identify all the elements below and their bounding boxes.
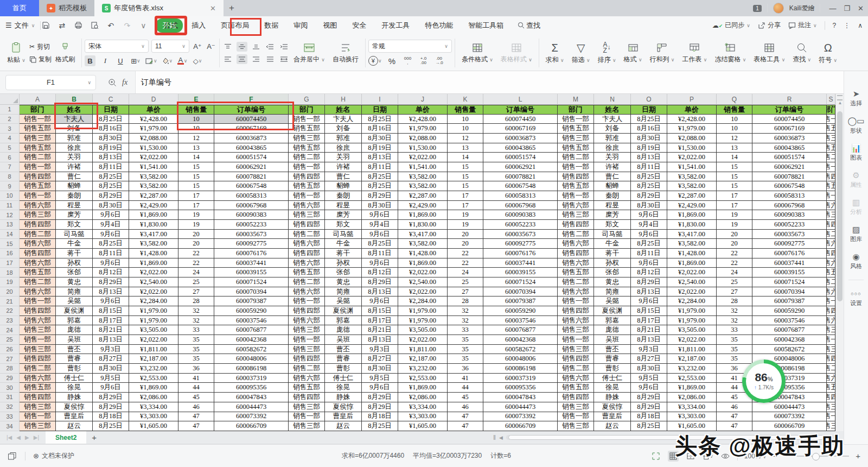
cell-F3[interactable]: 600067169 (214, 124, 289, 134)
row-header-20[interactable]: 20 (0, 287, 20, 297)
cell-Q22[interactable]: 32 (717, 306, 752, 316)
font-size-select[interactable]: 11∨ (151, 40, 189, 53)
cell-C19[interactable]: 8月29日 (93, 277, 129, 287)
cell-F18[interactable]: 600039155 (214, 268, 289, 277)
cell-F32[interactable]: 600044473 (214, 402, 289, 412)
menu-find[interactable]: 查找 (512, 18, 546, 33)
cell-M7[interactable]: 销售一部 (558, 162, 594, 172)
cell-K28[interactable]: 36 (448, 364, 483, 374)
cell-A24[interactable]: 销售三部 (20, 325, 56, 335)
cell-S26[interactable]: 销售三部 (827, 345, 835, 355)
cell-R12[interactable]: 600090383 (752, 210, 827, 220)
row-header-9[interactable]: 9 (0, 181, 20, 191)
cell-N6[interactable]: 关羽 (594, 153, 631, 162)
cell-K2[interactable]: 10 (448, 115, 483, 124)
sidebar-item-gallery[interactable]: ▨图库 (850, 225, 862, 243)
cell-I7[interactable]: 8月11日 (362, 162, 398, 172)
cell-Q24[interactable]: 33 (717, 325, 752, 335)
cell-K14[interactable]: 20 (448, 230, 483, 239)
cell-H25[interactable]: 吴班 (325, 335, 362, 345)
cell-S27[interactable]: 销售四部 (827, 354, 835, 364)
cell-H9[interactable]: 貂蝉 (325, 181, 362, 191)
cell-G19[interactable]: 销售二部 (289, 277, 325, 287)
row-header-17[interactable]: 17 (0, 258, 20, 268)
cell-G14[interactable]: 销售二部 (289, 230, 325, 239)
cell-B2[interactable]: 卞夫人 (56, 115, 93, 124)
cell-A26[interactable]: 销售三部 (20, 345, 56, 355)
align-middle-icon[interactable] (237, 42, 247, 52)
cell-P12[interactable]: ¥1,869.00 (667, 210, 717, 220)
cell-A31[interactable]: 销售四部 (20, 393, 56, 402)
cell-L14[interactable]: 600035673 (483, 230, 558, 239)
cell-M3[interactable]: 销售五部 (558, 124, 594, 134)
cell-D2[interactable]: ¥2,428.00 (129, 115, 178, 124)
cell-M31[interactable]: 销售四部 (558, 393, 594, 402)
cell-N8[interactable]: 曹仁 (594, 172, 631, 182)
cell-E20[interactable]: 27 (178, 287, 214, 297)
sum-button[interactable]: Σ求和 ∨ (542, 41, 568, 66)
decrease-decimal-icon[interactable]: .00→.0 (433, 55, 444, 66)
cell-Q34[interactable]: 47 (717, 421, 752, 431)
comment-button[interactable]: 批注 ∨ (788, 21, 817, 30)
close-window-button[interactable]: ✕ (858, 4, 864, 12)
align-left-icon[interactable] (222, 54, 233, 64)
cell-L23[interactable]: 600037546 (483, 316, 558, 326)
cell-J23[interactable]: ¥1,979.00 (398, 316, 448, 326)
cell-Q18[interactable]: 24 (717, 268, 752, 277)
cell-E31[interactable]: 45 (178, 393, 214, 402)
row-header-6[interactable]: 6 (0, 153, 20, 162)
cell-K18[interactable]: 24 (448, 268, 483, 277)
cell-M24[interactable]: 销售三部 (558, 325, 594, 335)
cell-S15[interactable]: 销售六部 (827, 239, 835, 249)
cell-R23[interactable]: 600037546 (752, 316, 827, 326)
cell-I5[interactable]: 8月19日 (362, 143, 398, 153)
cell-D7[interactable]: ¥1,541.00 (129, 162, 178, 172)
cell-Q33[interactable]: 47 (717, 412, 752, 422)
cell-H24[interactable]: 庞德 (325, 325, 362, 335)
cell-P31[interactable]: ¥2,086.00 (667, 393, 717, 402)
cell-G15[interactable]: 销售六部 (289, 239, 325, 249)
cell-F30[interactable]: 600095356 (214, 383, 289, 393)
cell-S16[interactable]: 销售四部 (827, 249, 835, 258)
cell-M21[interactable]: 销售一部 (558, 296, 594, 306)
menu-insert[interactable]: 插入 (185, 18, 212, 33)
cell-K4[interactable]: 12 (448, 134, 483, 143)
cell-J30[interactable]: ¥1,869.00 (398, 383, 448, 393)
cell-M10[interactable]: 销售一部 (558, 191, 594, 201)
more-commands-icon[interactable]: ∨ (138, 21, 148, 30)
cell-I23[interactable]: 8月17日 (362, 316, 398, 326)
column-header-E[interactable]: E (178, 94, 214, 104)
cell-K6[interactable]: 14 (448, 153, 483, 162)
cell-H33[interactable]: 曹皇后 (325, 412, 362, 422)
column-header-S[interactable]: S (827, 94, 835, 104)
italic-button[interactable]: I (100, 55, 111, 66)
cell-J17[interactable]: ¥1,869.00 (398, 258, 448, 268)
cell-J5[interactable]: ¥1,530.00 (398, 143, 448, 153)
align-top-icon[interactable] (222, 42, 233, 52)
cell-I31[interactable]: 8月29日 (362, 393, 398, 402)
cell-A21[interactable]: 销售一部 (20, 296, 56, 306)
row-header-27[interactable]: 27 (0, 354, 20, 364)
cell-Q7[interactable]: 15 (717, 162, 752, 172)
cell-M20[interactable]: 销售六部 (558, 287, 594, 297)
scroll-left-arrow[interactable]: ◀ (499, 435, 503, 440)
cell-D4[interactable]: ¥2,088.00 (129, 134, 178, 143)
cell-L30[interactable]: 600095356 (483, 383, 558, 393)
row-header-32[interactable]: 32 (0, 402, 20, 412)
cell-I26[interactable]: 9月3日 (362, 345, 398, 355)
cell-B29[interactable]: 傅士仁 (56, 374, 93, 383)
cell-K34[interactable]: 47 (448, 421, 483, 431)
cell-I10[interactable]: 8月29日 (362, 191, 398, 201)
cell-I34[interactable]: 8月25日 (362, 421, 398, 431)
cell-J19[interactable]: ¥2,540.00 (398, 277, 448, 287)
cell-O1[interactable]: 日期 (631, 105, 667, 115)
split-handle[interactable] (837, 95, 843, 100)
cell-B15[interactable]: 牛金 (56, 239, 93, 249)
cell-A33[interactable]: 销售一部 (20, 412, 56, 422)
cell-D15[interactable]: ¥3,582.00 (129, 239, 178, 249)
name-box[interactable]: F1 ∨ (5, 75, 96, 90)
cell-A7[interactable]: 销售一部 (20, 162, 56, 172)
cell-C18[interactable]: 8月12日 (93, 268, 129, 277)
cell-E5[interactable]: 13 (178, 143, 214, 153)
cell-Q10[interactable]: 17 (717, 191, 752, 201)
